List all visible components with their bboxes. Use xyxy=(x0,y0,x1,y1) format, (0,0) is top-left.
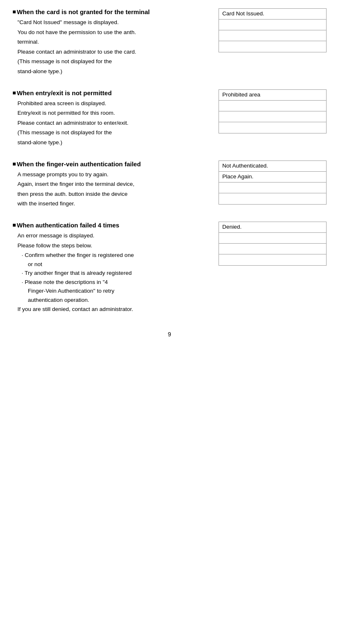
section-heading-card-not-granted: When the card is not granted for the ter… xyxy=(12,8,210,15)
display-row-2: ​ xyxy=(219,30,326,41)
section-body-auth-failed: An error message is displayed. Please fo… xyxy=(12,231,210,313)
section-auth-failed: When authentication failed 4 times An er… xyxy=(12,222,327,314)
auth-intro-1: An error message is displayed. xyxy=(17,231,210,240)
section-body-card-not-granted: "Card Not Issued" message is displayed. … xyxy=(12,18,210,76)
display-row-0: Card Not Issued. xyxy=(219,9,326,20)
display-row-e3: ​ xyxy=(219,122,326,133)
section-body-finger-vein: A message prompts you to try again. Agai… xyxy=(12,170,210,208)
section-display-auth-failed: Denied. ​ ​ ​ xyxy=(219,222,327,314)
display-row-f2: ​ xyxy=(219,193,326,204)
section-display-card-not-granted: Card Not Issued. ​ ​ ​ xyxy=(219,8,327,77)
section-display-finger-vein: Not Authenticated. Place Again. ​ ​ xyxy=(219,160,327,209)
display-box-auth-failed: Denied. ​ ​ ​ xyxy=(219,222,327,266)
display-box-entry-exit: Prohibited area ​ ​ ​ xyxy=(219,89,327,133)
display-box-card-not-granted: Card Not Issued. ​ ​ ​ xyxy=(219,8,327,52)
section-card-not-granted: When the card is not granted for the ter… xyxy=(12,8,327,77)
display-row-not-auth: Not Authenticated. xyxy=(219,161,326,172)
display-row-1: ​ xyxy=(219,20,326,30)
page-number: 9 xyxy=(168,331,171,338)
section-entry-exit: When entry/exit is not permitted Prohibi… xyxy=(12,89,327,148)
display-row-d1: ​ xyxy=(219,233,326,244)
auth-bullet-2: Try another finger that is already regis… xyxy=(22,269,210,278)
section-heading-entry-exit: When entry/exit is not permitted xyxy=(12,89,210,96)
display-row-denied: Denied. xyxy=(219,222,326,233)
section-heading-auth-failed: When authentication failed 4 times xyxy=(12,222,210,229)
section-left-finger-vein: When the finger-vein authentication fail… xyxy=(12,160,219,209)
display-row-place-again: Place Again. xyxy=(219,172,326,183)
section-left-auth-failed: When authentication failed 4 times An er… xyxy=(12,222,219,314)
display-row-d2: ​ xyxy=(219,244,326,254)
section-left-entry-exit: When entry/exit is not permitted Prohibi… xyxy=(12,89,219,148)
section-heading-finger-vein: When the finger-vein authentication fail… xyxy=(12,160,210,168)
display-row-e1: ​ xyxy=(219,101,326,111)
display-row-prohibited: Prohibited area xyxy=(219,90,326,101)
section-left-card-not-granted: When the card is not granted for the ter… xyxy=(12,8,219,77)
section-display-entry-exit: Prohibited area ​ ​ ​ xyxy=(219,89,327,148)
section-finger-vein: When the finger-vein authentication fail… xyxy=(12,160,327,209)
auth-bullet-3: Please note the descriptions in "4 Finge… xyxy=(22,278,210,305)
auth-intro-2: Please follow the steps below. xyxy=(17,241,210,250)
auth-bullet-list: Confirm whether the finger is registered… xyxy=(17,251,210,305)
page-footer: 9 xyxy=(12,331,327,338)
display-box-finger-vein: Not Authenticated. Place Again. ​ ​ xyxy=(219,160,327,205)
auth-outro: If you are still denied, contact an admi… xyxy=(17,305,210,314)
auth-bullet-1: Confirm whether the finger is registered… xyxy=(22,251,210,269)
display-row-3: ​ xyxy=(219,41,326,52)
section-body-entry-exit: Prohibited area screen is displayed. Ent… xyxy=(12,99,210,147)
display-row-d3: ​ xyxy=(219,254,326,265)
display-row-f1: ​ xyxy=(219,183,326,193)
display-row-e2: ​ xyxy=(219,111,326,122)
